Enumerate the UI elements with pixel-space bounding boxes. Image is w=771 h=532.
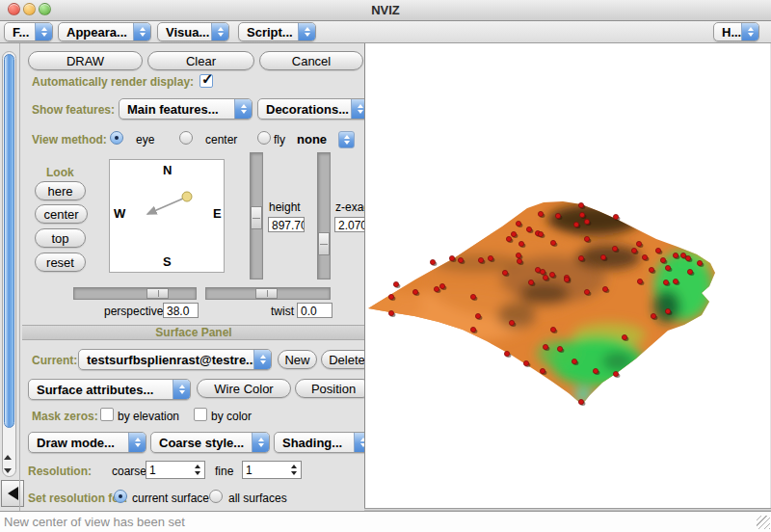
popup-stepper-icon (351, 99, 364, 119)
height-slider-thumb[interactable] (251, 206, 262, 229)
spinner-arrows-icon[interactable] (191, 465, 204, 475)
left-triangle-icon (8, 487, 18, 500)
current-surface-value: testsurfbsplienrast@testre... (79, 353, 253, 367)
main-features-label: Main features... (120, 102, 234, 117)
perspective-slider-thumb[interactable] (146, 288, 169, 299)
popup-stepper-icon (741, 23, 758, 40)
file-menu[interactable]: F... (4, 22, 53, 41)
current-surface-radio[interactable] (114, 490, 127, 503)
fine-resolution-value: 1 (243, 464, 287, 477)
delete-surface-button[interactable]: Delete (321, 350, 364, 369)
coarse-label: coarse (112, 465, 146, 478)
look-reset-button[interactable]: reset (35, 253, 86, 272)
fly-mode-label: none (289, 132, 338, 146)
popup-stepper-icon (252, 433, 269, 452)
mask-by-color-checkbox[interactable] (194, 408, 207, 421)
resize-grip[interactable] (757, 516, 770, 529)
compass-east-label: E (213, 206, 222, 221)
spinner-arrows-icon[interactable] (287, 465, 301, 475)
coarse-style-dropdown[interactable]: Coarse style... (150, 432, 270, 453)
set-resolution-label: Set resolution for: (28, 492, 127, 505)
position-button[interactable]: Position (295, 379, 364, 398)
shading-dropdown[interactable]: Shading... (274, 432, 364, 453)
popup-stepper-icon (35, 23, 52, 40)
compass-west-label: W (114, 206, 125, 221)
panel-scrollbar[interactable] (2, 51, 16, 477)
help-menu-label: H... (714, 25, 741, 40)
fly-option-label: fly (274, 133, 285, 146)
popup-stepper-icon (234, 99, 252, 119)
resolution-label: Resolution: (28, 465, 92, 478)
visualize-menu[interactable]: Visua... (157, 22, 229, 41)
coarse-resolution-spinner[interactable]: 1 (146, 461, 205, 479)
panel-scrollbar-thumb[interactable] (4, 54, 14, 428)
twist-value-field[interactable]: 0.0 (297, 303, 332, 318)
auto-render-label: Automatically render display: (32, 75, 194, 89)
current-surface-label: current surface (132, 492, 209, 505)
twist-slider[interactable] (205, 287, 331, 300)
popup-stepper-icon (253, 350, 271, 369)
surface-attributes-dropdown[interactable]: Surface attributes... (28, 379, 191, 400)
look-label: Look (46, 166, 74, 179)
zexag-slider-thumb[interactable] (318, 232, 330, 255)
draw-button[interactable]: DRAW (28, 51, 143, 70)
scripting-menu[interactable]: Script... (238, 22, 316, 41)
wire-color-button[interactable]: Wire Color (197, 379, 291, 398)
scroll-down-icon[interactable] (4, 468, 12, 473)
popup-stepper-icon (173, 380, 190, 399)
look-here-button[interactable]: here (35, 181, 86, 200)
view-method-fly-radio[interactable] (257, 131, 271, 145)
scroll-up-icon[interactable] (4, 455, 12, 460)
shading-label: Shading... (275, 436, 354, 450)
auto-render-checkbox[interactable] (199, 74, 213, 88)
decorations-dropdown[interactable]: Decorations... (257, 98, 364, 120)
mask-by-elevation-checkbox[interactable] (100, 408, 114, 421)
new-surface-button[interactable]: New (278, 350, 317, 369)
status-bar: New center of view has been set (0, 511, 771, 532)
view-position-pad[interactable]: N S W E (109, 159, 225, 273)
appearance-menu[interactable]: Appeara... (58, 22, 151, 41)
mask-zeros-label: Mask zeros: (32, 410, 98, 423)
surface-panel-header: Surface Panel (22, 325, 364, 340)
appearance-menu-label: Appeara... (59, 25, 133, 40)
fine-resolution-spinner[interactable]: 1 (242, 461, 302, 479)
render-canvas[interactable] (364, 43, 770, 508)
zexag-slider[interactable] (317, 152, 331, 279)
file-menu-label: F... (5, 25, 35, 40)
twist-slider-thumb[interactable] (255, 288, 278, 299)
draw-mode-dropdown[interactable]: Draw mode... (28, 432, 146, 453)
by-elevation-label: by elevation (118, 410, 179, 423)
popup-stepper-icon (298, 23, 315, 40)
look-top-button[interactable]: top (35, 228, 86, 248)
fly-mode-dropdown[interactable]: none (289, 129, 355, 149)
look-center-button[interactable]: center (35, 204, 88, 224)
height-value-field[interactable]: 897.70 (268, 217, 305, 232)
scripting-menu-label: Script... (239, 25, 298, 40)
all-surfaces-label: all surfaces (228, 492, 287, 505)
compass-north-label: N (163, 163, 172, 177)
current-label: Current: (32, 354, 77, 367)
help-menu[interactable]: H... (713, 22, 759, 41)
perspective-value-field[interactable]: 38.0 (163, 303, 199, 318)
eye-position-puck[interactable] (182, 192, 192, 201)
perspective-label: perspective (104, 305, 163, 318)
status-message: New center of view has been set (4, 515, 185, 529)
cancel-button[interactable]: Cancel (259, 51, 363, 70)
all-surfaces-radio[interactable] (209, 490, 223, 503)
compass-south-label: S (163, 254, 172, 269)
surface-attributes-label: Surface attributes... (29, 383, 173, 397)
current-surface-dropdown[interactable]: testsurfbsplienrast@testre... (78, 349, 272, 370)
main-area: DRAW Clear Cancel Automatically render d… (0, 43, 771, 511)
visualize-menu-label: Visua... (158, 25, 211, 40)
view-method-center-radio[interactable] (179, 131, 193, 145)
zexag-value-field[interactable]: 2.070 (334, 217, 364, 232)
coarse-style-label: Coarse style... (151, 436, 252, 450)
terrain-surface (365, 43, 771, 508)
perspective-slider[interactable] (73, 287, 197, 300)
view-method-eye-radio[interactable] (110, 131, 123, 145)
height-slider[interactable] (250, 152, 263, 279)
popup-stepper-icon (211, 23, 228, 40)
main-features-dropdown[interactable]: Main features... (119, 98, 253, 120)
clear-button[interactable]: Clear (147, 51, 254, 70)
control-panel: DRAW Clear Cancel Automatically render d… (19, 43, 364, 511)
